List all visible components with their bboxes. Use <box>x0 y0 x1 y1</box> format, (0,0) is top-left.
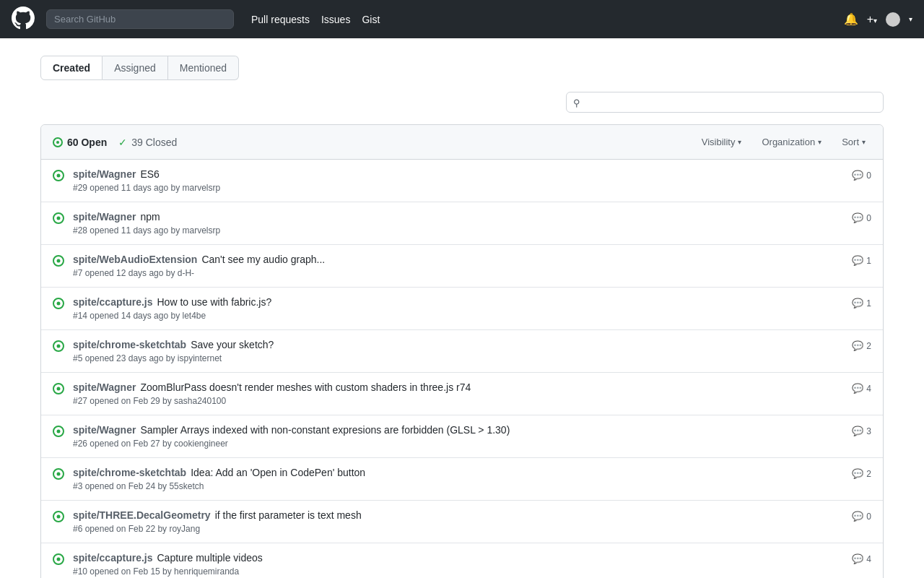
svg-point-1 <box>56 141 59 144</box>
issue-repo[interactable]: spite/THREE.DecalGeometry <box>73 509 211 521</box>
visibility-caret-icon: ▾ <box>738 138 741 146</box>
tab-created[interactable]: Created <box>40 56 103 80</box>
new-item-plus-icon[interactable]: +▾ <box>867 13 877 26</box>
issue-meta: #5 opened 23 days ago by ispyinternet <box>73 353 843 363</box>
issue-repo[interactable]: spite/chrome-sketchtab <box>73 339 186 350</box>
issue-title[interactable]: ES6 <box>140 168 159 180</box>
svg-point-15 <box>57 430 61 434</box>
filter-search-input[interactable]: is:open is:issue repo:spite/chrome-sketc… <box>566 92 884 113</box>
nav-gist[interactable]: Gist <box>362 14 380 25</box>
issue-title-line: spite/ccapture.js Capture multiple video… <box>73 552 843 564</box>
issue-open-icon <box>53 255 64 269</box>
issue-meta: #3 opened on Feb 24 by 55sketch <box>73 481 843 491</box>
issue-title-line: spite/THREE.DecalGeometry if the first p… <box>73 509 843 521</box>
issue-meta: #6 opened on Feb 22 by royJang <box>73 524 843 534</box>
issue-repo[interactable]: spite/Wagner <box>73 424 136 436</box>
header: Pull requests Issues Gist 🔔 +▾ ▾ <box>0 0 924 38</box>
issue-repo[interactable]: spite/ccapture.js <box>73 296 153 308</box>
header-nav: Pull requests Issues Gist <box>251 14 380 25</box>
issue-meta: #27 opened on Feb 29 by sasha240100 <box>73 396 843 406</box>
header-search-input[interactable] <box>46 9 234 29</box>
issue-comment-count: 💬 0 <box>852 170 871 181</box>
svg-point-7 <box>57 259 61 263</box>
open-issues-count[interactable]: 60 Open <box>53 137 107 148</box>
issue-title-line: spite/Wagner ZoomBlurPass doesn't render… <box>73 381 843 393</box>
nav-issues[interactable]: Issues <box>321 14 350 25</box>
issue-meta: #26 opened on Feb 27 by cookiengineer <box>73 439 843 449</box>
svg-point-19 <box>57 515 61 519</box>
issue-comment-count: 💬 4 <box>852 383 871 394</box>
sort-caret-icon: ▾ <box>862 138 866 146</box>
comment-bubble-icon: 💬 <box>852 468 863 479</box>
github-logo[interactable] <box>12 7 35 33</box>
tab-mentioned[interactable]: Mentioned <box>168 56 239 80</box>
issue-title[interactable]: Sampler Arrays indexed with non-constant… <box>140 424 510 436</box>
header-search-wrapper <box>46 9 234 29</box>
issue-content: spite/THREE.DecalGeometry if the first p… <box>73 509 843 534</box>
user-avatar[interactable] <box>886 12 900 27</box>
issue-content: spite/chrome-sketchtab Save your sketch?… <box>73 339 843 363</box>
issue-repo[interactable]: spite/ccapture.js <box>73 552 153 564</box>
issue-content: spite/ccapture.js How to use with fabric… <box>73 296 843 321</box>
comment-bubble-icon: 💬 <box>852 255 863 266</box>
comment-bubble-icon: 💬 <box>852 298 863 309</box>
issue-content: spite/Wagner ES6 #29 opened 11 days ago … <box>73 168 843 193</box>
issue-content: spite/ccapture.js Capture multiple video… <box>73 552 843 577</box>
issue-row: spite/Wagner Sampler Arrays indexed with… <box>41 415 883 458</box>
notification-bell-icon[interactable]: 🔔 <box>844 12 858 26</box>
issue-repo[interactable]: spite/chrome-sketchtab <box>73 467 186 478</box>
issue-row: spite/chrome-sketchtab Idea: Add an 'Ope… <box>41 458 883 501</box>
issue-title-line: spite/Wagner Sampler Arrays indexed with… <box>73 424 843 436</box>
issue-content: spite/Wagner npm #28 opened 11 days ago … <box>73 211 843 236</box>
issue-row: spite/ccapture.js Capture multiple video… <box>41 543 883 578</box>
issue-open-icon <box>53 298 64 311</box>
issue-title[interactable]: Save your sketch? <box>191 339 274 350</box>
issue-filter-tabs: Created Assigned Mentioned <box>40 56 884 80</box>
closed-issues-count[interactable]: ✓ 39 Closed <box>118 137 177 148</box>
svg-point-17 <box>57 473 61 476</box>
comment-bubble-icon: 💬 <box>852 511 863 522</box>
issue-title[interactable]: How to use with fabric.js? <box>157 296 272 308</box>
user-menu-caret-icon[interactable]: ▾ <box>909 15 912 23</box>
issue-title[interactable]: npm <box>140 211 160 223</box>
issue-open-icon <box>53 511 64 525</box>
svg-point-21 <box>57 558 61 561</box>
issue-content: spite/chrome-sketchtab Idea: Add an 'Ope… <box>73 467 843 491</box>
issue-row: spite/WebAudioExtension Can't see my aud… <box>41 245 883 288</box>
issue-title[interactable]: Idea: Add an 'Open in CodePen' button <box>191 467 365 478</box>
issue-comment-count: 💬 0 <box>852 511 871 522</box>
issue-comment-count: 💬 2 <box>852 340 871 351</box>
issues-header: 60 Open ✓ 39 Closed Visibility ▾ Organiz… <box>41 125 883 160</box>
issue-meta: #7 opened 12 days ago by d-H- <box>73 268 843 278</box>
issue-open-icon <box>53 553 64 567</box>
visibility-dropdown[interactable]: Visibility ▾ <box>696 134 748 150</box>
issue-comment-count: 💬 1 <box>852 298 871 309</box>
comment-bubble-icon: 💬 <box>852 553 863 564</box>
issue-title-line: spite/chrome-sketchtab Idea: Add an 'Ope… <box>73 467 843 478</box>
tab-assigned[interactable]: Assigned <box>103 56 168 80</box>
issue-title[interactable]: if the first parameter is text mesh <box>215 509 362 521</box>
issue-meta: #14 opened 14 days ago by let4be <box>73 311 843 321</box>
issue-open-icon <box>53 212 64 226</box>
issue-meta: #29 opened 11 days ago by marvelsrp <box>73 183 843 193</box>
issue-repo[interactable]: spite/Wagner <box>73 168 136 180</box>
issue-title[interactable]: Capture multiple videos <box>157 552 263 564</box>
issue-open-icon <box>53 340 64 354</box>
issues-header-left: 60 Open ✓ 39 Closed <box>53 137 177 148</box>
organization-dropdown[interactable]: Organization ▾ <box>756 134 827 150</box>
nav-pull-requests[interactable]: Pull requests <box>251 14 310 25</box>
issue-repo[interactable]: spite/WebAudioExtension <box>73 254 197 265</box>
issue-repo[interactable]: spite/Wagner <box>73 211 136 223</box>
comment-bubble-icon: 💬 <box>852 383 863 394</box>
issue-row: spite/ccapture.js How to use with fabric… <box>41 288 883 330</box>
organization-caret-icon: ▾ <box>818 138 821 146</box>
comment-bubble-icon: 💬 <box>852 426 863 436</box>
issue-repo[interactable]: spite/Wagner <box>73 381 136 393</box>
issue-title[interactable]: Can't see my audio graph... <box>201 254 325 265</box>
sort-dropdown[interactable]: Sort ▾ <box>836 134 871 150</box>
svg-point-9 <box>57 302 61 306</box>
closed-check-icon: ✓ <box>118 137 127 148</box>
issue-content: spite/WebAudioExtension Can't see my aud… <box>73 254 843 278</box>
issue-title[interactable]: ZoomBlurPass doesn't render meshes with … <box>140 381 471 393</box>
issue-row: spite/Wagner npm #28 opened 11 days ago … <box>41 202 883 245</box>
